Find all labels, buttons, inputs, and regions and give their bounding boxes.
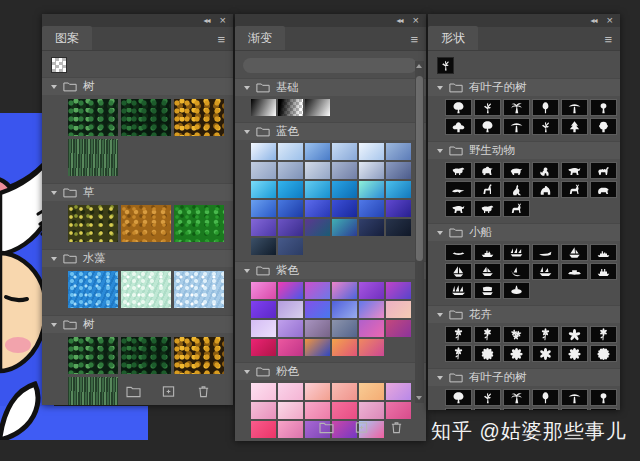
gradient-swatch[interactable] xyxy=(278,219,303,236)
gradient-swatch[interactable] xyxy=(359,282,384,299)
new-group-button[interactable] xyxy=(319,421,334,434)
shape-wolf[interactable] xyxy=(561,162,588,179)
gradient-swatch[interactable] xyxy=(359,143,384,160)
shape-tree-tall[interactable] xyxy=(532,99,559,116)
gradient-swatch[interactable] xyxy=(332,339,357,356)
gradient-swatch[interactable] xyxy=(359,162,384,179)
gradient-swatch[interactable] xyxy=(278,339,303,356)
chevron-down-icon[interactable] xyxy=(51,257,57,261)
panel-menu-icon[interactable]: ≡ xyxy=(217,32,233,50)
gradient-swatch[interactable] xyxy=(305,162,330,179)
shape-hibiscus[interactable] xyxy=(532,345,559,362)
gradient-swatch[interactable] xyxy=(386,181,411,198)
shape-battleship[interactable] xyxy=(474,244,501,261)
delete-button[interactable] xyxy=(389,421,404,434)
close-panel-icon[interactable]: × xyxy=(607,15,613,26)
gradient-swatch[interactable] xyxy=(332,301,357,318)
shape-kangaroo[interactable] xyxy=(503,181,530,198)
pattern-swatch[interactable] xyxy=(121,271,171,308)
shape-junk[interactable] xyxy=(474,282,501,299)
gradient-swatch[interactable] xyxy=(251,383,276,400)
chevron-down-icon[interactable] xyxy=(437,313,443,317)
pattern-swatch[interactable] xyxy=(121,205,171,242)
new-item-button[interactable] xyxy=(354,421,369,434)
shape-canoe[interactable] xyxy=(445,244,472,261)
gradient-swatch[interactable] xyxy=(386,219,411,236)
gradient-swatch[interactable] xyxy=(278,301,303,318)
group-header[interactable]: 基础 xyxy=(235,78,426,96)
gradient-swatch[interactable] xyxy=(359,339,384,356)
chevron-down-icon[interactable] xyxy=(51,191,57,195)
gradient-swatch[interactable] xyxy=(278,99,303,116)
shape-dahlia[interactable] xyxy=(474,345,501,362)
panel-menu-icon[interactable]: ≡ xyxy=(604,32,620,50)
shape-bear[interactable] xyxy=(590,181,617,198)
chevron-down-icon[interactable] xyxy=(437,86,443,90)
shape-tree-branch[interactable] xyxy=(474,389,501,406)
shape-flower-stem[interactable] xyxy=(474,326,501,343)
shape-tree-bushy[interactable] xyxy=(445,118,472,135)
pattern-swatch[interactable] xyxy=(174,271,224,308)
gradient-swatch[interactable] xyxy=(305,320,330,337)
shape-warship[interactable] xyxy=(590,244,617,261)
panel-menu-icon[interactable]: ≡ xyxy=(410,32,426,50)
close-panel-icon[interactable]: × xyxy=(413,15,419,26)
search-input[interactable] xyxy=(243,58,417,73)
gradient-swatch[interactable] xyxy=(386,383,411,400)
group-header[interactable]: 水藻 xyxy=(42,249,233,267)
delete-button[interactable] xyxy=(196,385,211,398)
gradient-swatch[interactable] xyxy=(305,200,330,217)
shape-giraffe[interactable] xyxy=(474,181,501,198)
shape-flower-swirl[interactable] xyxy=(590,326,617,343)
gradient-swatch[interactable] xyxy=(251,181,276,198)
new-group-button[interactable] xyxy=(126,385,141,398)
current-pattern-thumbnail[interactable] xyxy=(51,57,67,73)
gradient-swatch[interactable] xyxy=(278,181,303,198)
shape-palm[interactable] xyxy=(503,389,530,406)
tab-patterns[interactable]: 图案 xyxy=(42,26,92,50)
gradient-swatch[interactable] xyxy=(386,143,411,160)
gradient-swatch[interactable] xyxy=(332,383,357,400)
shape-tree-umbrella[interactable] xyxy=(561,99,588,116)
shape-palm[interactable] xyxy=(503,99,530,116)
group-header[interactable]: 紫色 xyxy=(235,261,426,279)
shape-moon-boat[interactable] xyxy=(503,263,530,280)
gradient-swatch[interactable] xyxy=(359,219,384,236)
tab-gradients[interactable]: 渐变 xyxy=(235,26,285,50)
collapse-panel-icon[interactable]: ◂◂ xyxy=(591,17,597,25)
shape-submarine[interactable] xyxy=(503,282,530,299)
shape-speedboat[interactable] xyxy=(532,244,559,261)
shape-lily[interactable] xyxy=(532,326,559,343)
chevron-down-icon[interactable] xyxy=(244,86,250,90)
shape-tree-oak[interactable] xyxy=(445,99,472,116)
shape-blossom[interactable] xyxy=(561,326,588,343)
shape-sprig[interactable] xyxy=(445,345,472,362)
shape-crocodile[interactable] xyxy=(445,181,472,198)
shape-clipper[interactable] xyxy=(445,282,472,299)
shape-tree-umbrella[interactable] xyxy=(503,408,530,410)
shape-tree-oak[interactable] xyxy=(474,408,501,410)
gradient-swatch[interactable] xyxy=(386,301,411,318)
pattern-swatch[interactable] xyxy=(121,337,171,374)
gradient-swatch[interactable] xyxy=(305,181,330,198)
shape-tree-oak[interactable] xyxy=(445,389,472,406)
gradient-swatch[interactable] xyxy=(359,383,384,400)
gradient-swatch[interactable] xyxy=(332,320,357,337)
gradient-swatch[interactable] xyxy=(278,238,303,255)
chevron-down-icon[interactable] xyxy=(437,149,443,153)
shape-tree-branch[interactable] xyxy=(532,118,559,135)
gradient-swatch[interactable] xyxy=(305,143,330,160)
gradient-swatch[interactable] xyxy=(251,282,276,299)
pattern-swatch[interactable] xyxy=(68,271,118,308)
gradient-swatch[interactable] xyxy=(305,383,330,400)
gradient-swatch[interactable] xyxy=(278,282,303,299)
gradient-swatch[interactable] xyxy=(305,219,330,236)
shape-tree-bushy[interactable] xyxy=(445,408,472,410)
shape-flower-cluster[interactable] xyxy=(503,326,530,343)
shape-camel[interactable] xyxy=(590,162,617,179)
gradient-swatch[interactable] xyxy=(278,162,303,179)
pattern-swatch[interactable] xyxy=(174,337,224,374)
group-header[interactable]: 有叶子的树 xyxy=(428,368,620,386)
chevron-down-icon[interactable] xyxy=(51,323,57,327)
gradient-swatch[interactable] xyxy=(359,200,384,217)
